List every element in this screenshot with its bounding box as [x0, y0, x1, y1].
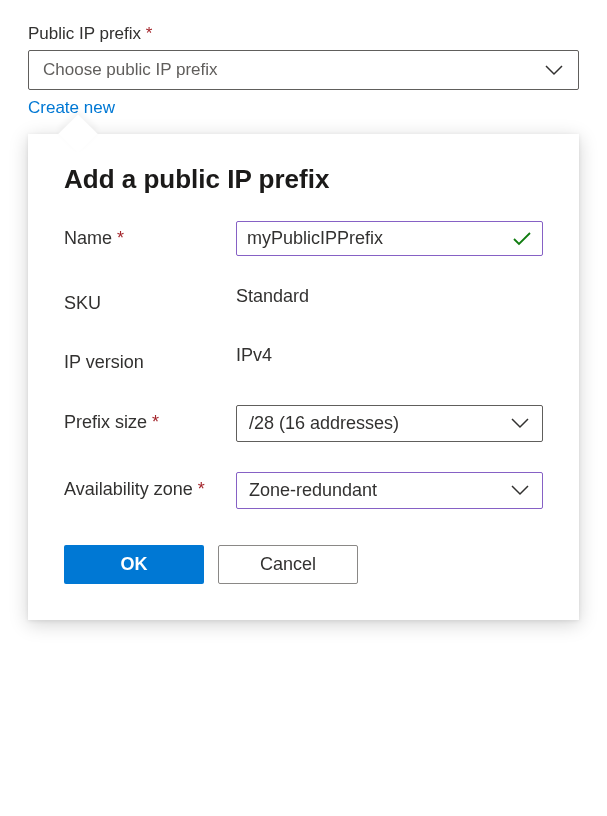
required-asterisk: * [198, 479, 205, 499]
ok-button[interactable]: OK [64, 545, 204, 584]
dropdown-placeholder: Choose public IP prefix [43, 60, 218, 80]
prefix-size-selected: /28 (16 addresses) [249, 413, 399, 434]
chevron-down-icon [510, 417, 530, 429]
name-label: Name * [64, 221, 236, 250]
callout-title: Add a public IP prefix [64, 164, 543, 195]
check-icon [512, 231, 532, 247]
required-asterisk: * [152, 412, 159, 432]
sku-value: Standard [236, 286, 543, 307]
main-field-label: Public IP prefix * [28, 24, 579, 44]
chevron-down-icon [510, 484, 530, 496]
ip-version-label: IP version [64, 345, 236, 374]
required-asterisk: * [146, 24, 153, 43]
prefix-size-label: Prefix size * [64, 405, 236, 434]
cancel-button[interactable]: Cancel [218, 545, 358, 584]
public-ip-prefix-dropdown[interactable]: Choose public IP prefix [28, 50, 579, 90]
prefix-size-select[interactable]: /28 (16 addresses) [236, 405, 543, 442]
name-input[interactable] [247, 228, 512, 249]
sku-label: SKU [64, 286, 236, 315]
required-asterisk: * [117, 228, 124, 248]
availability-zone-label: Availability zone * [64, 472, 236, 501]
chevron-down-icon [544, 64, 564, 76]
name-input-wrap [236, 221, 543, 256]
ip-version-value: IPv4 [236, 345, 543, 366]
add-prefix-callout: Add a public IP prefix Name * SKU Standa… [28, 134, 579, 620]
availability-zone-select[interactable]: Zone-redundant [236, 472, 543, 509]
create-new-link[interactable]: Create new [28, 98, 115, 118]
availability-zone-selected: Zone-redundant [249, 480, 377, 501]
